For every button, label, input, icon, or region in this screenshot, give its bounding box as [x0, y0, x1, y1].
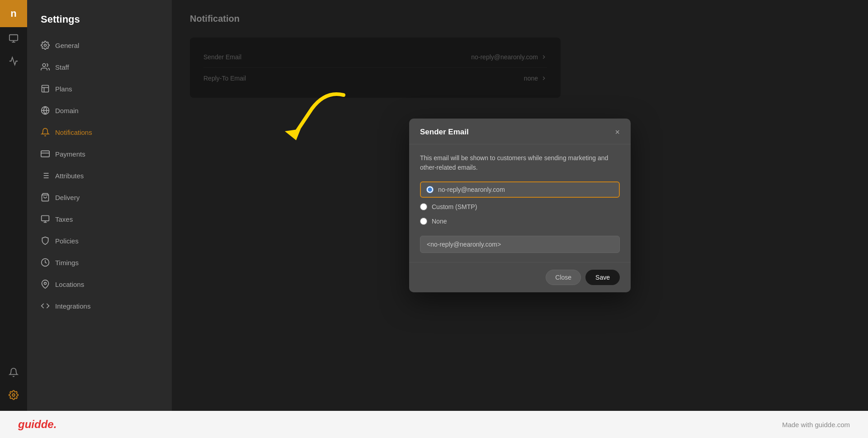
sidebar-item-payments[interactable]: Payments	[27, 143, 172, 165]
main-content: Notification Sender Email no-reply@nearo…	[172, 0, 868, 411]
modal-overlay: Sender Email × This email will be shown …	[172, 0, 868, 411]
svg-rect-6	[42, 86, 49, 92]
sidebar-item-notifications[interactable]: Notifications	[27, 121, 172, 143]
sidebar-label-plans: Plans	[55, 85, 72, 93]
sidebar-item-delivery[interactable]: Delivery	[27, 186, 172, 208]
sidebar-item-attributes[interactable]: Attributes	[27, 165, 172, 186]
modal-header: Sender Email ×	[409, 119, 631, 144]
sidebar-label-locations: Locations	[55, 281, 84, 288]
sidebar-item-timings[interactable]: Timings	[27, 252, 172, 273]
footer-tagline: Made with guidde.com	[782, 421, 850, 428]
sidebar-item-policies[interactable]: Policies	[27, 230, 172, 252]
nav-icon-store[interactable]	[0, 27, 27, 50]
icon-bar: n	[0, 0, 27, 411]
svg-point-3	[12, 394, 15, 396]
sidebar-item-staff[interactable]: Staff	[27, 56, 172, 78]
modal-footer: Close Save	[409, 262, 631, 292]
sidebar-item-integrations[interactable]: Integrations	[27, 295, 172, 317]
svg-point-4	[44, 44, 47, 47]
save-button[interactable]: Save	[585, 270, 620, 285]
sidebar-label-domain: Domain	[55, 107, 79, 114]
sidebar-item-locations[interactable]: Locations	[27, 273, 172, 295]
radio-none-label: None	[432, 218, 447, 225]
footer-logo: guidde.	[18, 418, 57, 431]
guidde-logo-text: guidde.	[18, 418, 57, 430]
sidebar-item-plans[interactable]: Plans	[27, 78, 172, 100]
nav-icon-settings[interactable]	[0, 384, 27, 406]
sidebar-label-timings: Timings	[55, 259, 79, 267]
sidebar-label-taxes: Taxes	[55, 215, 73, 223]
svg-rect-20	[42, 216, 49, 221]
logo-letter: n	[10, 8, 16, 19]
sidebar-label-staff: Staff	[55, 63, 69, 71]
svg-rect-11	[41, 151, 49, 157]
sidebar-label-policies: Policies	[55, 237, 79, 245]
sidebar-label-payments: Payments	[55, 150, 85, 158]
radio-none-input[interactable]	[420, 218, 427, 225]
sidebar-item-taxes[interactable]: Taxes	[27, 208, 172, 230]
modal-description: This email will be shown to customers wh…	[420, 153, 620, 172]
sidebar-item-general[interactable]: General	[27, 34, 172, 56]
svg-point-22	[44, 282, 47, 285]
sidebar-label-attributes: Attributes	[55, 172, 84, 180]
modal-body: This email will be shown to customers wh…	[409, 144, 631, 262]
radio-option-none[interactable]: None	[420, 214, 620, 229]
sidebar-title: Settings	[27, 9, 172, 34]
nav-icon-notifications[interactable]	[0, 361, 27, 384]
sidebar-label-notifications: Notifications	[55, 129, 92, 136]
svg-marker-23	[285, 129, 301, 140]
sidebar-label-delivery: Delivery	[55, 194, 80, 201]
email-input-field[interactable]	[420, 236, 620, 253]
sidebar-label-general: General	[55, 42, 79, 49]
modal-title: Sender Email	[420, 128, 469, 137]
modal-close-button[interactable]: ×	[615, 128, 620, 136]
radio-noreply-input[interactable]	[426, 186, 434, 193]
radio-noreply-label: no-reply@nearonly.com	[438, 186, 505, 193]
sidebar-item-domain[interactable]: Domain	[27, 100, 172, 121]
radio-custom-label: Custom (SMTP)	[432, 203, 477, 210]
nav-icon-analytics[interactable]	[0, 50, 27, 72]
radio-custom-input[interactable]	[420, 203, 427, 210]
close-button[interactable]: Close	[546, 270, 581, 285]
sidebar: Settings General Staff Plans Domain Noti…	[27, 0, 172, 411]
svg-point-5	[42, 64, 46, 67]
sidebar-label-integrations: Integrations	[55, 302, 90, 310]
radio-option-custom[interactable]: Custom (SMTP)	[420, 200, 620, 214]
arrow-annotation	[271, 81, 362, 156]
svg-rect-0	[9, 35, 18, 41]
app-logo[interactable]: n	[0, 0, 27, 27]
footer: guidde. Made with guidde.com	[0, 411, 868, 438]
sender-email-modal: Sender Email × This email will be shown …	[409, 119, 631, 292]
radio-option-noreply[interactable]: no-reply@nearonly.com	[420, 181, 620, 198]
